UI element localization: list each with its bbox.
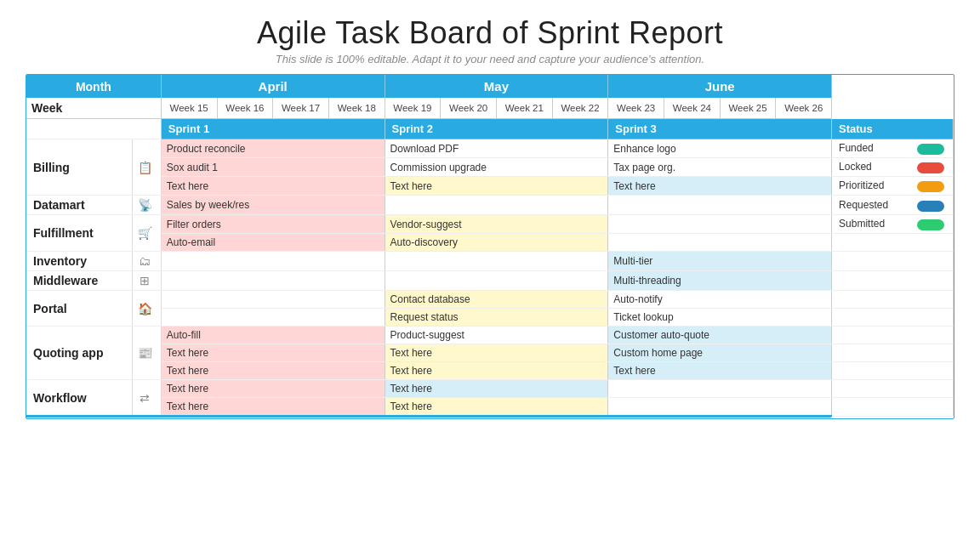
table-row: Fulfillment🛒Filter ordersVendor-suggestS… — [26, 215, 954, 234]
table-row: Text hereText hereText here — [26, 362, 954, 380]
month-row: MonthAprilMayJune — [26, 75, 954, 98]
main-table-wrap: MonthAprilMayJuneWeekWeek 15Week 16Week … — [26, 74, 954, 419]
table-row: Text hereText here — [26, 398, 954, 417]
table-row: Datamart📡Sales by week/resRequested — [26, 196, 954, 215]
table-row: Auto-emailAuto-discovery — [26, 234, 954, 252]
table-row: Quoting app📰Auto-fillProduct-suggestCust… — [26, 327, 954, 344]
page-title: Agile Task Board of Sprint Report — [26, 15, 954, 51]
table-row: Middleware⊞Multi-threading — [26, 271, 954, 291]
table-row: Inventory🗂Multi-tier — [26, 252, 954, 271]
table-row: Text hereText hereText herePrioritized — [26, 177, 954, 196]
table-row: Request statusTicket lookup — [26, 309, 954, 327]
sprint-table: MonthAprilMayJuneWeekWeek 15Week 16Week … — [26, 75, 954, 418]
table-row: Text hereText hereCustom home page — [26, 344, 954, 362]
table-row: Portal🏠Contact databaseAuto-notify — [26, 291, 954, 309]
page: Agile Task Board of Sprint Report This s… — [0, 0, 980, 428]
table-row: Workflow⇄Text hereText here — [26, 380, 954, 398]
week-row: WeekWeek 15Week 16Week 17Week 18Week 19W… — [26, 98, 954, 119]
table-row: Billing📋Product reconcileDownload PDFEnh… — [26, 139, 954, 158]
sprint-header-row: Sprint 1Sprint 2Sprint 3Status — [26, 119, 954, 139]
table-row: Sox audit 1Commission upgradeTax page or… — [26, 158, 954, 177]
page-subtitle: This slide is 100% editable. Adapt it to… — [26, 53, 954, 65]
title-section: Agile Task Board of Sprint Report This s… — [26, 15, 954, 65]
